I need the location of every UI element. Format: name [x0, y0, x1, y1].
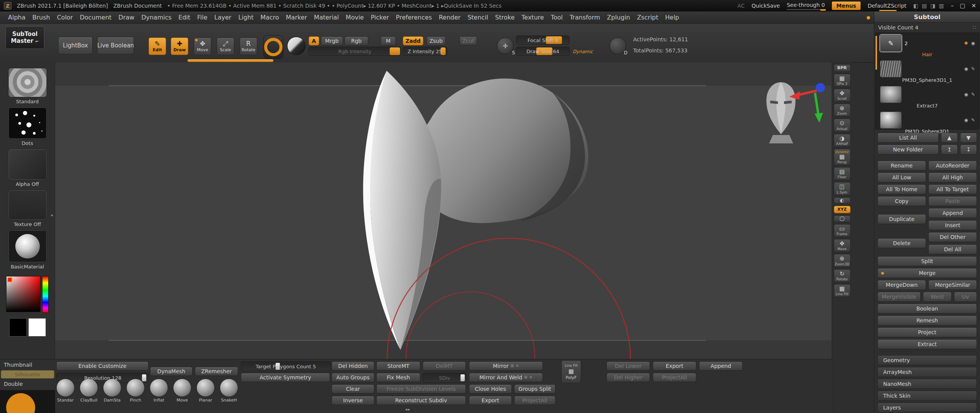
- zremesher-button[interactable]: ZRemesher: [195, 367, 238, 376]
- enable-customize-button[interactable]: Enable Customize: [56, 361, 149, 371]
- move-button[interactable]: ✥ Move: [194, 37, 211, 55]
- dynamic-persp-button[interactable]: Dynamic ▦ Persp: [834, 149, 851, 165]
- secondary-color-swatch[interactable]: [9, 318, 27, 337]
- all-high-button[interactable]: All High: [928, 172, 977, 182]
- material-thumbnail[interactable]: [8, 230, 47, 263]
- menu-item[interactable]: Texture: [518, 12, 547, 23]
- sdiv-slider[interactable]: SDiv: [423, 373, 467, 383]
- brush-preset[interactable]: Pinch: [126, 379, 145, 403]
- frame-button[interactable]: ▭ Frame: [834, 224, 851, 237]
- menu-item[interactable]: Document: [76, 12, 115, 23]
- maximize-button[interactable]: ▢: [960, 2, 965, 9]
- subtool-row-selected[interactable]: ✎ 2 ✱ ◉: [875, 33, 979, 52]
- new-folder-button[interactable]: New Folder: [877, 145, 939, 154]
- zoom-button[interactable]: ⊕ Zoom: [834, 104, 851, 117]
- rgb-intensity-slider[interactable]: Rgb Intensity: [309, 47, 401, 56]
- menu-item[interactable]: Light: [235, 12, 257, 23]
- z-intensity-slider[interactable]: Z Intensity 25: [403, 47, 447, 56]
- shelf-collapse-arrow[interactable]: ◂: [51, 213, 53, 218]
- move-into-folder-button[interactable]: ↧: [960, 145, 977, 154]
- menu-item[interactable]: Movie: [342, 12, 367, 23]
- mergevisible-button[interactable]: MergeVisible: [877, 292, 921, 302]
- subtool-row[interactable]: ◉ ✎: [875, 84, 979, 103]
- dynamesh-button[interactable]: DynaMesh: [150, 367, 193, 376]
- subtool-name[interactable]: Extract7: [875, 103, 979, 110]
- aahalf-button[interactable]: ◑ AAHalf: [834, 134, 851, 147]
- menu-item[interactable]: Material: [310, 12, 342, 23]
- list-options-icon[interactable]: ∷: [973, 24, 976, 31]
- edit-button[interactable]: ✎ Edit: [149, 37, 166, 55]
- freeze-subdivision-button[interactable]: Freeze SubDivision Levels: [376, 384, 466, 393]
- menu-item[interactable]: Edit: [175, 12, 194, 23]
- actual-size-button[interactable]: ⊙ Actual: [834, 119, 851, 132]
- subtool-row[interactable]: ◉ ✎: [875, 110, 979, 128]
- bpr-button[interactable]: BPR: [834, 64, 851, 72]
- menu-item[interactable]: Color: [54, 12, 77, 23]
- pencil-icon[interactable]: ✎: [971, 66, 975, 72]
- eye-icon[interactable]: ◉: [964, 117, 968, 123]
- close-button[interactable]: ✕: [971, 2, 976, 9]
- menu-item[interactable]: Tool: [547, 12, 566, 23]
- mirror-button[interactable]: Mirror ⊞ ✕: [469, 361, 543, 371]
- texture-thumbnail[interactable]: [8, 190, 47, 220]
- m-button[interactable]: M: [381, 36, 396, 46]
- default-zscript-button[interactable]: DefaultZScript: [867, 3, 906, 9]
- lightbox-button[interactable]: LightBox: [58, 37, 93, 54]
- zadd-button[interactable]: Zadd: [403, 36, 423, 46]
- del-other-button[interactable]: Del Other: [928, 232, 977, 242]
- layout-rows-icon[interactable]: ▥: [939, 3, 944, 9]
- menu-item[interactable]: Picker: [367, 12, 392, 23]
- minimize-button[interactable]: –: [951, 2, 954, 9]
- uv-button[interactable]: Uv: [954, 292, 977, 302]
- subtool-master-button[interactable]: SubTool Master ⌐: [5, 26, 44, 49]
- dynamic-dial[interactable]: D: [609, 37, 626, 54]
- rgb-button[interactable]: Rgb: [345, 36, 368, 46]
- projectall-left-button[interactable]: ProjectAll: [514, 396, 555, 405]
- projectall-right-button[interactable]: ProjectAll: [653, 373, 696, 382]
- dynamic-mode-label[interactable]: Dynamic: [573, 49, 593, 54]
- zsub-button[interactable]: Zsub: [426, 36, 446, 46]
- menu-item[interactable]: Preferences: [392, 12, 435, 23]
- transparency-button[interactable]: ◐: [834, 197, 851, 204]
- brush-preset[interactable]: DamSta: [103, 379, 121, 403]
- activate-symmetry-button[interactable]: Activate Symmetry: [241, 373, 330, 382]
- layout-right-icon[interactable]: ◨: [930, 3, 935, 9]
- menus-toggle[interactable]: Menus: [832, 2, 861, 10]
- list-all-button[interactable]: List All: [877, 133, 939, 143]
- autoreorder-button[interactable]: AutoReorder: [928, 161, 977, 171]
- clear-button[interactable]: Clear: [332, 384, 374, 393]
- pencil-icon[interactable]: ✎: [971, 92, 975, 97]
- mirror-and-weld-button[interactable]: Mirror And Weld ⊞ ✕: [469, 373, 543, 382]
- eye-icon[interactable]: ◉: [964, 66, 968, 72]
- mirror-close-icon[interactable]: ✕: [516, 364, 519, 368]
- menu-item[interactable]: Zplugin: [604, 12, 634, 23]
- brush-preset[interactable]: SnakeH: [220, 379, 238, 403]
- menu-item[interactable]: Alpha: [5, 12, 29, 23]
- move-canvas-button[interactable]: ✥ Move: [834, 239, 851, 252]
- focal-shift-dial[interactable]: ✛ S: [497, 37, 514, 54]
- silhouette-button[interactable]: Silhouette: [1, 370, 54, 379]
- groups-split-button[interactable]: Groups Split: [514, 384, 555, 393]
- double-label[interactable]: Double: [4, 381, 23, 387]
- close-holes-button[interactable]: Close Holes: [469, 384, 512, 393]
- reconstruct-subdiv-button[interactable]: Reconstruct Subdiv: [376, 396, 466, 405]
- saturation-value-picker[interactable]: [6, 276, 41, 312]
- copy-button[interactable]: Copy: [877, 196, 926, 206]
- target-polygons-slider[interactable]: Target Polygons Count 5: [241, 361, 331, 371]
- mirror-weld-axis-icon[interactable]: ⊞: [524, 376, 527, 379]
- local-symmetry-button[interactable]: ◫ L.Sym: [834, 182, 851, 195]
- menu-item[interactable]: Stroke: [492, 12, 518, 23]
- mirror-axis-icon[interactable]: ⊞: [511, 364, 514, 368]
- project-button[interactable]: Project: [877, 327, 977, 337]
- polyframe-button[interactable]: Line Fill ▦ PolyF: [561, 360, 581, 383]
- rename-button[interactable]: Rename: [877, 161, 926, 171]
- line-fill-button[interactable]: ▦ Line Fill: [834, 284, 851, 297]
- menu-item[interactable]: Brush: [29, 12, 54, 23]
- eye-icon[interactable]: ◉: [964, 92, 968, 97]
- scroll-button[interactable]: ✥ Scroll: [834, 89, 851, 102]
- zoom3d-button[interactable]: ⊕ Zoom3D: [834, 254, 851, 267]
- section-arraymesh[interactable]: ArrayMesh: [877, 367, 977, 377]
- subtool-name[interactable]: PM3D_Sphere3D1_1: [875, 77, 979, 84]
- menu-item[interactable]: Marker: [283, 12, 310, 23]
- menu-item[interactable]: Render: [435, 12, 464, 23]
